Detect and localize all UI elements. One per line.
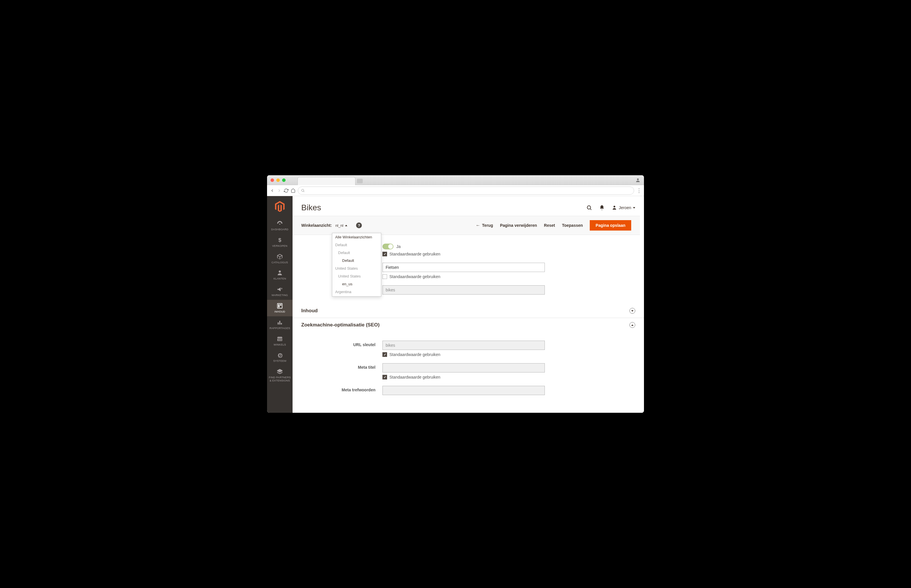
page-identifier-input [383,285,545,295]
enable-toggle[interactable] [383,244,394,249]
use-default-label: Standaardwaarde gebruiken [389,352,441,357]
back-button[interactable]: ← Terug [476,223,493,228]
dropdown-group: United States [332,272,381,280]
reload-icon[interactable] [284,188,289,193]
browser-tab-bar [267,175,644,185]
svg-rect-8 [278,322,279,325]
sidebar-label: KLANTEN [274,277,286,280]
store-scope-dropdown: Alle Winkelaanzichten Default Default De… [332,233,381,297]
caret-up-icon [345,225,347,226]
sidebar-item-sales[interactable]: $ VERKOPEN [267,234,293,250]
browser-window: ⋮ DASHBOARD $ VERKOPEN CATALOGUS [267,175,644,413]
apply-button[interactable]: Toepassen [562,223,583,228]
save-page-button[interactable]: Pagina opslaan [590,220,631,231]
browser-tab[interactable] [297,177,355,185]
svg-rect-11 [278,339,279,340]
partners-icon [277,368,283,375]
section-content-header[interactable]: Inhoud [293,304,644,318]
reset-button[interactable]: Reset [544,223,555,228]
dropdown-item[interactable]: Default [332,257,381,265]
store-scope-value: nl_nl [336,223,343,228]
toolbar-left: Winkelaanzicht: nl_nl ? Alle Winkelaanzi… [301,223,362,228]
back-icon[interactable] [270,188,275,193]
dashboard-icon [277,220,283,227]
app-body: DASHBOARD $ VERKOPEN CATALOGUS KLANTEN M… [267,196,644,413]
user-icon [612,205,617,210]
home-icon[interactable] [291,188,295,193]
address-bar[interactable] [298,187,634,195]
use-default-label: Standaardwaarde gebruiken [389,274,441,279]
magento-logo-icon [275,201,285,212]
svg-point-0 [637,178,639,180]
sidebar-label: INHOUD [274,310,285,313]
store-scope-selector[interactable]: nl_nl [336,223,347,228]
help-icon[interactable]: ? [356,223,362,228]
svg-rect-6 [278,304,280,307]
maximize-window-button[interactable] [282,178,285,182]
gear-icon [277,352,283,358]
dropdown-group: Default [332,241,381,249]
user-menu[interactable]: Jeroen [612,205,635,210]
forward-icon [277,188,282,193]
sidebar-label: DASHBOARD [271,228,289,231]
sidebar-item-reports[interactable]: RAPPORTAGES [267,316,293,333]
sidebar-item-system[interactable]: SYSTEEM [267,349,293,365]
svg-rect-12 [279,339,280,340]
field-url-key: URL sleutel Standaardwaarde gebruiken [301,341,635,357]
person-icon [277,270,283,276]
sidebar-item-marketing[interactable]: MARKETING [267,283,293,300]
header-actions: Jeroen [586,205,635,211]
sidebar-label: MARKETING [272,294,288,297]
svg-rect-5 [277,304,282,309]
field-label: URL sleutel [301,341,383,347]
minimize-window-button[interactable] [276,178,280,182]
field-meta-title: Meta titel Standaardwaarde gebruiken [301,363,635,380]
meta-keywords-input [383,386,545,395]
delete-page-button[interactable]: Pagina verwijderen [500,223,537,228]
search-button[interactable] [586,205,592,211]
section-seo-header[interactable]: Zoekmachine-optimalisatie (SEO) [293,318,644,332]
toolbar-right: ← Terug Pagina verwijderen Reset Toepass… [476,220,631,231]
svg-rect-10 [281,323,282,325]
sidebar-label: SYSTEEM [273,359,286,363]
sidebar-item-content[interactable]: INHOUD [267,300,293,316]
collapse-icon [629,322,635,328]
sidebar-label: CATALOGUS [272,261,288,264]
sidebar-item-partners[interactable]: FIND PARTNERS & EXTENSIONS [267,365,293,385]
field-label: Meta trefwoorden [301,386,383,392]
use-default-checkbox[interactable] [383,274,387,279]
sidebar-item-stores[interactable]: WINKELS [267,333,293,349]
new-tab-button[interactable] [357,179,363,183]
dropdown-item[interactable]: Alle Winkelaanzichten [332,233,381,241]
section-title: Inhoud [301,308,318,314]
sidebar-item-customers[interactable]: KLANTEN [267,267,293,283]
admin-sidebar: DASHBOARD $ VERKOPEN CATALOGUS KLANTEN M… [267,196,293,413]
store-scope-label: Winkelaanzicht: [301,223,332,228]
magento-logo[interactable] [275,201,285,212]
svg-text:$: $ [278,237,281,243]
store-icon [277,336,283,342]
dropdown-item[interactable]: en_us [332,280,381,288]
svg-rect-9 [279,321,280,325]
close-window-button[interactable] [271,178,274,182]
use-default-checkbox[interactable] [383,352,387,357]
use-default-checkbox[interactable] [383,252,387,256]
browser-menu-icon[interactable]: ⋮ [636,188,641,193]
notifications-button[interactable] [599,205,605,211]
page-title-input[interactable] [383,263,545,272]
dropdown-group: Argentina [332,288,381,296]
toggle-value-label: Ja [396,244,401,249]
dropdown-group: Argentina [332,296,381,297]
browser-toolbar: ⋮ [267,185,644,196]
svg-point-4 [279,271,280,273]
page-title: Bikes [301,203,321,212]
browser-profile-icon[interactable] [635,178,640,183]
bars-icon [277,319,283,326]
use-default-label: Standaardwaarde gebruiken [389,375,441,380]
sidebar-item-dashboard[interactable]: DASHBOARD [267,218,293,234]
sidebar-item-catalog[interactable]: CATALOGUS [267,250,293,267]
section-title: Zoekmachine-optimalisatie (SEO) [301,322,379,328]
dropdown-group: United States [332,265,381,272]
box-icon [277,254,283,260]
use-default-checkbox[interactable] [383,375,387,380]
